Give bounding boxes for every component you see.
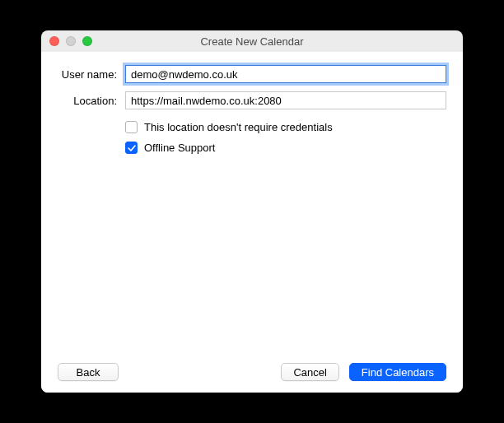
no-credentials-checkbox[interactable] <box>125 121 138 133</box>
no-credentials-label[interactable]: This location doesn't require credential… <box>144 121 333 133</box>
find-calendars-button[interactable]: Find Calendars <box>349 363 446 381</box>
dialog-content: User name: Location: This location doesn… <box>41 52 463 393</box>
cancel-button[interactable]: Cancel <box>281 363 338 381</box>
username-label: User name: <box>58 68 125 81</box>
no-credentials-row: This location doesn't require credential… <box>125 121 446 133</box>
dialog-window: Create New Calendar User name: Location:… <box>41 30 463 393</box>
window-controls <box>41 36 92 46</box>
zoom-window-button[interactable] <box>82 36 92 46</box>
location-input[interactable] <box>125 91 446 109</box>
close-window-button[interactable] <box>49 36 59 46</box>
button-bar: Back Cancel Find Calendars <box>58 363 446 381</box>
offline-checkbox[interactable] <box>125 142 138 154</box>
username-row: User name: <box>58 65 446 83</box>
offline-row: Offline Support <box>125 142 446 154</box>
back-button[interactable]: Back <box>58 363 119 381</box>
offline-label[interactable]: Offline Support <box>144 142 215 154</box>
window-title: Create New Calendar <box>41 35 463 48</box>
location-row: Location: <box>58 91 446 109</box>
minimize-window-button <box>66 36 76 46</box>
titlebar: Create New Calendar <box>41 30 463 52</box>
username-input[interactable] <box>125 65 446 83</box>
location-label: Location: <box>58 95 125 107</box>
